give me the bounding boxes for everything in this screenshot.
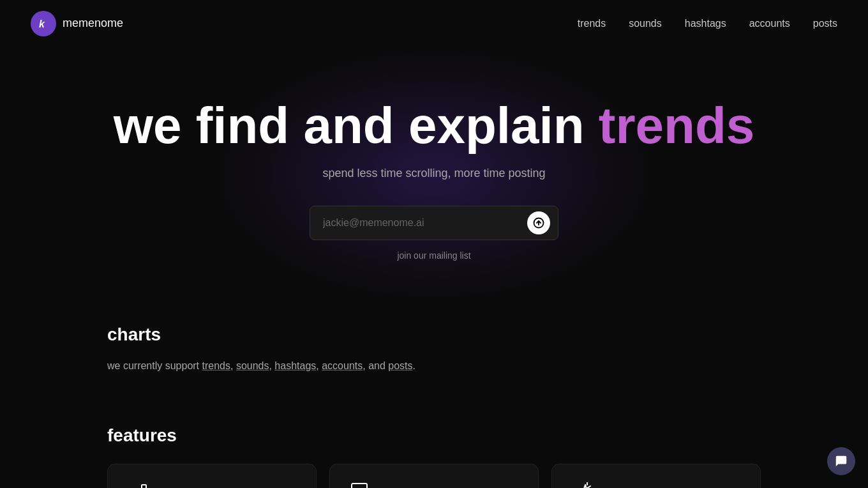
submit-button[interactable] (527, 211, 550, 234)
nav-link-accounts[interactable]: accounts (749, 18, 790, 29)
charts-desc-prefix: we currently support (107, 360, 199, 371)
feature-card-understand: understand the trends we provide AI anal… (329, 464, 539, 488)
feature-card-find: find the sounds we rank the top sounds, … (107, 464, 317, 488)
charts-link-hashtags[interactable]: hashtags (274, 360, 316, 371)
nav-link-trends[interactable]: trends (578, 18, 606, 29)
bar-chart-icon (126, 482, 298, 488)
mailing-list-label: join our mailing list (397, 250, 470, 261)
charts-desc-and: and (368, 360, 388, 371)
hero-subtitle: spend less time scrolling, more time pos… (322, 167, 545, 180)
logo-icon: k (31, 11, 56, 36)
svg-text:k: k (39, 19, 45, 29)
svg-rect-6 (352, 484, 367, 488)
svg-rect-4 (142, 485, 146, 488)
charts-section: charts we currently support trends, soun… (0, 299, 868, 400)
logo-name: memenome (63, 17, 123, 30)
charts-title: charts (107, 324, 761, 345)
hero-title: we find and explain trends (114, 98, 755, 154)
charts-link-sounds[interactable]: sounds (236, 360, 269, 371)
charts-link-accounts[interactable]: accounts (322, 360, 363, 371)
navigation: k memenome trends sounds hashtags accoun… (0, 0, 868, 47)
svg-line-11 (587, 486, 590, 488)
nav-links: trends sounds hashtags accounts posts (578, 18, 837, 29)
features-title: features (107, 425, 761, 446)
nav-link-hashtags[interactable]: hashtags (685, 18, 726, 29)
hero-title-accent: trends (599, 97, 755, 154)
charts-link-trends[interactable]: trends (202, 360, 230, 371)
magic-wand-icon (570, 482, 742, 488)
feature-card-make: make the trends iterate through content … (551, 464, 761, 488)
hero-title-plain: we find and explain (114, 97, 585, 154)
chat-bubble-button[interactable] (827, 447, 855, 475)
email-input[interactable] (323, 213, 527, 233)
nav-link-posts[interactable]: posts (813, 18, 837, 29)
email-form (310, 206, 558, 240)
features-grid: find the sounds we rank the top sounds, … (107, 464, 761, 488)
charts-description: we currently support trends, sounds, has… (107, 358, 761, 374)
logo-link[interactable]: k memenome (31, 11, 123, 36)
hero-section: we find and explain trends spend less ti… (0, 47, 868, 299)
document-icon (348, 482, 520, 488)
charts-link-posts[interactable]: posts (388, 360, 412, 371)
features-section: features find the sounds we rank the top… (0, 400, 868, 488)
nav-link-sounds[interactable]: sounds (629, 18, 662, 29)
